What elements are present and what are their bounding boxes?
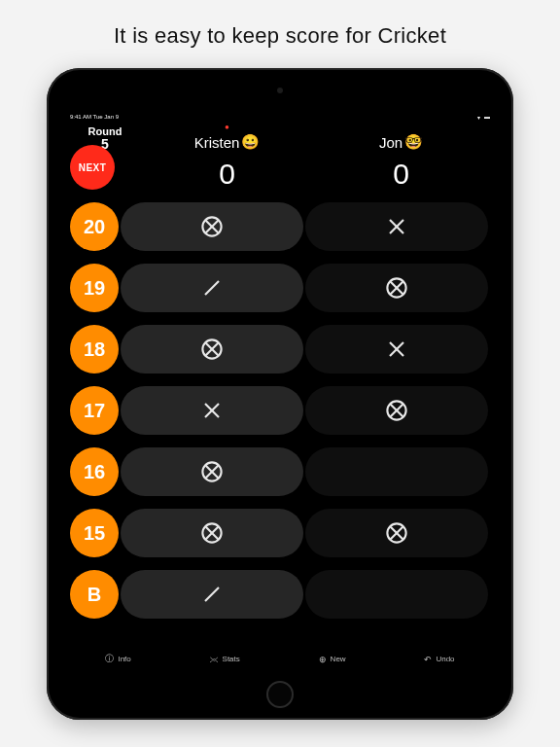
player-1: ● Kristen 😀 0 (140, 125, 314, 191)
stats-icon: ⩙ (210, 655, 219, 664)
player-1-name: Kristen (194, 134, 240, 151)
player-2-score: 0 (314, 158, 488, 191)
target-chip: 15 (70, 509, 119, 557)
target-chip: 19 (70, 264, 119, 312)
player-2-name: Jon (379, 134, 402, 151)
target-row-15: 15 (70, 506, 488, 560)
player-1-emoji: 😀 (241, 133, 260, 151)
app-screen: 9:41 AM Tue Jan 9 ▾ ▬ Round 5 ● Kristen … (66, 112, 494, 671)
tablet-frame: 9:41 AM Tue Jan 9 ▾ ▬ Round 5 ● Kristen … (47, 68, 513, 720)
player-2-emoji: 🤓 (404, 133, 423, 151)
target-row-19: 19 (70, 261, 488, 315)
svg-line-28 (205, 587, 219, 601)
undo-button[interactable]: ↶ Undo (424, 655, 454, 664)
target-row-17: 17 (70, 383, 488, 438)
next-button[interactable]: NEXT (70, 145, 115, 190)
bottom-toolbar: ⓘ Info ⩙ Stats ⊕ New ↶ Undo (66, 649, 494, 671)
target-chip: B (70, 570, 119, 619)
mark-cell-p1[interactable] (121, 386, 303, 435)
mark-cell-p1[interactable] (121, 570, 303, 619)
player-1-score: 0 (140, 158, 314, 191)
mark-cell-p2[interactable] (305, 509, 488, 557)
stats-label: Stats (223, 655, 240, 663)
target-chip: 20 (70, 202, 119, 251)
mark-cell-p1[interactable] (121, 202, 303, 251)
undo-label: Undo (436, 655, 454, 663)
info-label: Info (118, 655, 130, 663)
mark-cell-p1[interactable] (121, 264, 303, 312)
mark-cell-p1[interactable] (121, 447, 303, 496)
mark-cell-p2[interactable] (305, 570, 488, 619)
new-label: New (331, 655, 346, 663)
marketing-headline: It is easy to keep score for Cricket (0, 0, 560, 49)
mark-cell-p2[interactable] (305, 325, 488, 374)
player-2: ● Jon 🤓 0 (314, 125, 488, 191)
status-time: 9:41 AM Tue Jan 9 (70, 114, 119, 120)
mark-cell-p2[interactable] (305, 264, 488, 312)
info-button[interactable]: ⓘ Info (105, 653, 130, 665)
mark-cell-p2[interactable] (305, 202, 488, 251)
target-row-18: 18 (70, 322, 488, 376)
status-bar: 9:41 AM Tue Jan 9 ▾ ▬ (66, 112, 494, 122)
target-chip: 16 (70, 447, 119, 496)
stats-button[interactable]: ⩙ Stats (210, 655, 240, 664)
target-row-16: 16 (70, 445, 488, 499)
cricket-board: 201918171615B (66, 184, 494, 649)
battery-icon: ▬ (484, 114, 490, 120)
target-chip: 18 (70, 325, 119, 374)
target-row-20: 20 (70, 199, 488, 254)
target-row-B: B (70, 567, 488, 622)
wifi-icon: ▾ (477, 114, 480, 121)
mark-cell-p2[interactable] (305, 386, 488, 435)
home-button[interactable] (266, 681, 294, 708)
mark-cell-p1[interactable] (121, 509, 303, 557)
target-chip: 17 (70, 386, 119, 435)
new-icon: ⊕ (319, 655, 327, 664)
new-button[interactable]: ⊕ New (319, 655, 346, 664)
svg-line-5 (205, 281, 219, 295)
score-header: Round 5 ● Kristen 😀 0 ● Jon 🤓 0 NEXT (66, 122, 494, 184)
mark-cell-p2[interactable] (305, 447, 488, 496)
info-icon: ⓘ (105, 653, 114, 665)
turn-dot-1: ● (140, 125, 314, 131)
mark-cell-p1[interactable] (121, 325, 303, 374)
undo-icon: ↶ (424, 655, 432, 664)
camera-dot (277, 88, 283, 93)
